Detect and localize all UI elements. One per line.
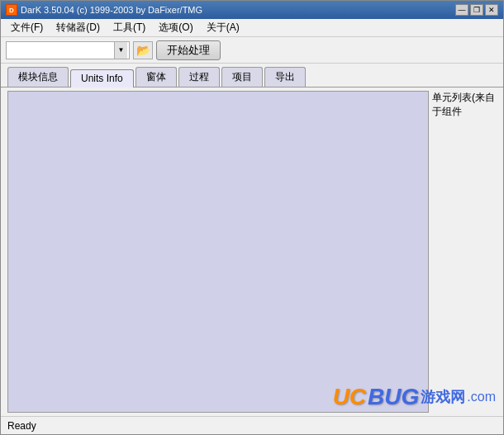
menu-bar: 文件(F) 转储器(D) 工具(T) 选项(O) 关于(A) [1, 19, 503, 37]
right-panel-label: 单元列表(来自于组件 [432, 91, 500, 119]
restore-button[interactable]: ❐ [470, 4, 483, 16]
tab-process[interactable]: 过程 [178, 67, 220, 87]
menu-tools[interactable]: 工具(T) [107, 19, 152, 36]
status-bar: Ready [1, 416, 503, 434]
toolbar: ▼ 📂 开始处理 [1, 37, 503, 64]
app-icon: D [6, 4, 17, 16]
watermark-com: .com [467, 390, 496, 404]
watermark-game: 游戏网 [421, 387, 465, 407]
tab-module-info[interactable]: 模块信息 [7, 67, 69, 87]
main-content: 单元列表(来自于组件 [1, 87, 503, 416]
right-panel: 单元列表(来自于组件 [429, 87, 503, 416]
title-bar: D DarK 3.50.04 (c) 1999-2003 by DaFixer/… [1, 1, 503, 19]
start-process-button[interactable]: 开始处理 [156, 40, 221, 60]
minimize-button[interactable]: — [455, 4, 468, 16]
menu-about[interactable]: 关于(A) [200, 19, 246, 36]
status-text: Ready [7, 420, 36, 432]
watermark-bug: BUG [368, 384, 419, 410]
window-title: DarK 3.50.04 (c) 1999-2003 by DaFixer/TM… [21, 5, 455, 15]
window-controls: — ❐ ✕ [455, 4, 498, 16]
close-button[interactable]: ✕ [485, 4, 498, 16]
open-folder-button[interactable]: 📂 [133, 41, 153, 59]
tab-export[interactable]: 导出 [264, 67, 306, 87]
file-combo[interactable]: ▼ [6, 41, 130, 59]
tab-project[interactable]: 项目 [221, 67, 263, 87]
tab-units-info[interactable]: Units Info [70, 69, 134, 87]
folder-icon: 📂 [136, 44, 150, 57]
combo-dropdown-arrow[interactable]: ▼ [114, 42, 127, 59]
watermark: UC BUG 游戏网 .com [333, 384, 496, 410]
menu-options[interactable]: 选项(O) [152, 19, 199, 36]
menu-file[interactable]: 文件(F) [4, 19, 50, 36]
tab-bar: 模块信息 Units Info 窗体 过程 项目 导出 [1, 64, 503, 87]
tab-window[interactable]: 窗体 [136, 67, 177, 87]
watermark-uc: UC [333, 384, 366, 410]
main-window: D DarK 3.50.04 (c) 1999-2003 by DaFixer/… [0, 0, 504, 435]
units-list-panel [7, 91, 429, 413]
menu-converter[interactable]: 转储器(D) [50, 19, 107, 36]
